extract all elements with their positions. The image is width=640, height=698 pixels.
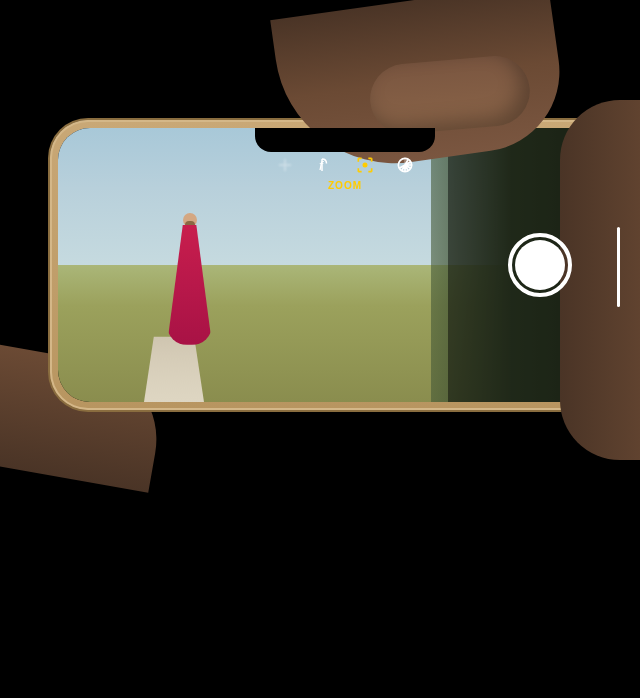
focal-length-icon[interactable]: f <box>314 154 336 176</box>
exposure-icon[interactable] <box>274 154 296 176</box>
phone-frame: f ZOOM <box>50 120 640 410</box>
filters-icon[interactable] <box>394 154 416 176</box>
depth-control-icon[interactable] <box>354 154 376 176</box>
svg-point-3 <box>363 163 366 166</box>
scene-person <box>167 213 212 353</box>
mode-wheel-indicator[interactable] <box>617 227 620 307</box>
notch <box>255 128 435 152</box>
zoom-label: ZOOM <box>328 180 362 191</box>
phone-screen: f ZOOM <box>58 128 632 402</box>
shutter-button-inner <box>515 240 565 290</box>
shutter-button[interactable] <box>508 233 572 297</box>
